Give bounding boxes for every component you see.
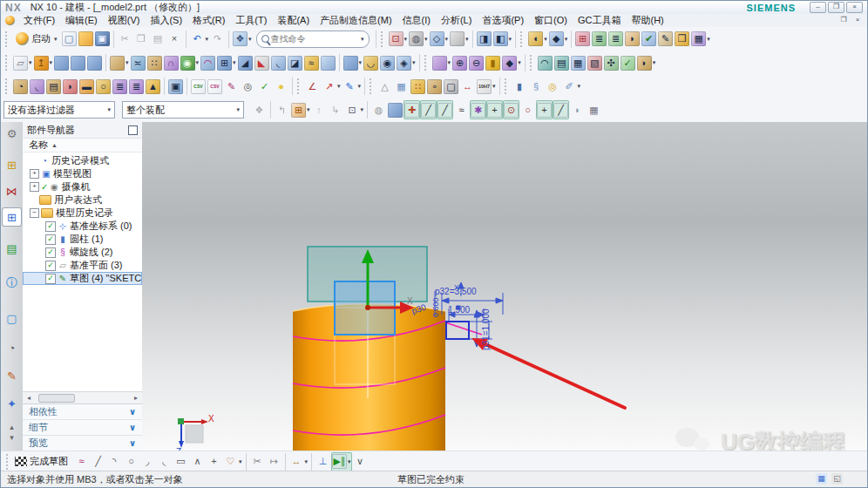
studio-spline[interactable]: ≈ — [73, 452, 90, 471]
xform-surface[interactable]: ▧ — [587, 53, 603, 72]
annotate[interactable]: ✎▾ — [342, 77, 363, 96]
toolbar-grip[interactable] — [530, 55, 535, 71]
point-pattern[interactable]: ∷ — [410, 77, 426, 96]
geometric-constraints[interactable]: ⊥ — [315, 452, 331, 471]
binoculars[interactable]: ◎ — [240, 77, 256, 96]
web-browser[interactable]: ⓘ — [3, 274, 21, 292]
assembly-scope[interactable]: ❖ — [251, 100, 268, 119]
swept-surface[interactable]: ◠ — [537, 53, 553, 72]
spotlight[interactable]: ◖▾ — [527, 30, 548, 49]
snap-point[interactable]: ✚ — [403, 100, 420, 119]
copy[interactable]: ❐ — [133, 30, 150, 49]
expander-icon[interactable]: + — [30, 182, 39, 192]
toolbar-grip[interactable] — [370, 78, 375, 94]
clip-section[interactable]: ◨ — [476, 30, 492, 49]
delete[interactable]: × — [166, 30, 183, 49]
notes-page[interactable]: ▢ — [3, 309, 21, 327]
snap-on-curve[interactable]: ≈ — [453, 100, 470, 119]
feature-checkbox[interactable]: ✓ — [45, 261, 56, 271]
part-navigator[interactable]: ⊞ — [3, 208, 21, 226]
add-to-selection[interactable]: ⊞▾ — [290, 100, 311, 119]
scrollbar-thumb[interactable] — [38, 394, 75, 403]
gc-cylinder[interactable]: ▮ — [512, 77, 528, 96]
toolbar-grip[interactable] — [6, 454, 11, 470]
scroll-down[interactable]: ▾ — [3, 433, 21, 442]
feature-checkbox[interactable]: ✓ — [45, 234, 56, 245]
snap-handles[interactable]: ⊞ — [574, 30, 591, 49]
highlight-soft[interactable]: ◍ — [370, 100, 387, 119]
bead-feature[interactable]: ◗ — [62, 77, 78, 96]
table-tool[interactable]: ▦ — [393, 77, 410, 96]
menu-item-14[interactable]: 帮助(H) — [626, 14, 668, 27]
scroll-right-icon[interactable]: ▸ — [132, 394, 140, 402]
wireframe-view[interactable]: ◈▾ — [396, 53, 417, 72]
gc-ring[interactable]: ◎ — [545, 77, 561, 96]
curve-sketch[interactable]: ✎ — [223, 77, 240, 96]
extrude[interactable]: ↥▾ — [33, 53, 54, 72]
tree-item-2[interactable]: +▣模型视图 — [23, 167, 142, 180]
mesh-surface[interactable]: ▤ — [553, 53, 570, 72]
menu-item-6[interactable]: 工具(T) — [230, 14, 272, 27]
hole[interactable]: ◉▾ — [180, 53, 200, 72]
snap-midpoint[interactable]: ╱ — [437, 100, 453, 119]
menu-item-5[interactable]: 格式(R) — [187, 14, 230, 27]
draft[interactable]: ◣ — [254, 53, 270, 72]
navigator-horizontal-scrollbar[interactable]: ◂ ▸ — [23, 391, 142, 403]
roles-gear[interactable]: ⚙ — [3, 125, 21, 142]
rectangle-lasso[interactable]: ⊡▾ — [344, 100, 365, 119]
tube[interactable]: ◠ — [200, 53, 216, 72]
gc-clean[interactable]: ✐▾ — [561, 77, 582, 96]
snap-endpoint[interactable]: ╱ — [420, 100, 437, 119]
tree-item-7[interactable]: ✓▮圆柱 (1) — [23, 233, 142, 246]
select-previous[interactable]: ↰ — [274, 100, 290, 119]
tree-item-4[interactable]: 用户表达式 — [23, 193, 142, 207]
constraints-display[interactable]: ▶∥▾ — [331, 452, 352, 471]
press-feature[interactable]: ▣ — [167, 77, 184, 96]
menu-item-9[interactable]: 信息(I) — [397, 14, 436, 27]
menu-item-10[interactable]: 分析(L) — [436, 14, 477, 27]
solid-cube-select[interactable] — [387, 100, 403, 119]
cone-tool[interactable]: ◆▾ — [501, 53, 522, 72]
bounded-plane[interactable]: ▦ — [570, 53, 587, 72]
offset-surface[interactable]: ≈ — [303, 53, 320, 72]
select-cursor[interactable]: ↳ — [328, 100, 344, 119]
feature-checkbox[interactable]: ✓ — [45, 221, 56, 232]
sphere-feature[interactable]: ◉ — [379, 53, 396, 72]
tolerance-10H7[interactable]: 10H7▾ — [476, 77, 497, 96]
stack-feature-2[interactable]: ≣ — [128, 77, 145, 96]
arc-tool[interactable]: ◝ — [106, 452, 123, 471]
assoc-copy[interactable]: ▾ — [431, 53, 452, 72]
tree-item-3[interactable]: +✓◉摄像机 — [23, 180, 142, 193]
status-window[interactable]: ◱ — [831, 473, 843, 485]
cut[interactable]: ✂ — [117, 30, 133, 49]
menu-item-11[interactable]: 首选项(P) — [477, 14, 529, 27]
selection-filter-dropdown[interactable]: 没有选择过滤器 ▾ — [3, 101, 115, 119]
quick-extend[interactable]: ↦ — [266, 452, 282, 471]
tree-item-6[interactable]: ✓⊹基准坐标系 (0) — [23, 220, 142, 233]
navigator-column-header[interactable]: 名称 ▲ — [23, 139, 142, 152]
edit-object-display[interactable]: ✎ — [657, 30, 674, 49]
more-feature[interactable]: ▾ — [342, 53, 363, 72]
line-tool[interactable]: ╱ — [90, 452, 106, 471]
selection-scope-dropdown[interactable]: 整个装配 ▾ — [122, 101, 244, 119]
snap-arc-center[interactable]: ⊙ — [503, 100, 519, 119]
monitor-tool[interactable]: ▢ — [443, 77, 459, 96]
command-search-input[interactable] — [269, 33, 360, 44]
graphics-viewport[interactable]: p32=3.5000.600p301.500p31=1.000XXXZ UG数控… — [142, 122, 867, 451]
window-layout[interactable]: ❖▾ — [232, 30, 253, 49]
layer-settings[interactable]: ≣ — [607, 30, 624, 49]
new-file[interactable]: ▢ — [61, 30, 78, 49]
chamfer-tool[interactable]: ◟ — [156, 452, 173, 471]
wave-link[interactable]: ≣ — [591, 30, 607, 49]
menu-item-3[interactable]: 视图(V) — [103, 14, 146, 27]
select-up-one[interactable]: ↑ — [311, 100, 328, 119]
menu-item-8[interactable]: 产品制造信息(M) — [315, 14, 397, 27]
tree-item-1[interactable]: ◔历史记录模式 — [23, 154, 142, 167]
tree-item-5[interactable]: −模型历史记录 — [23, 207, 142, 220]
sketch-more[interactable]: ∨ — [352, 452, 369, 471]
toolbar-grip[interactable] — [5, 78, 10, 94]
close-button[interactable]: × — [846, 2, 863, 13]
save-file[interactable]: ▣ — [94, 30, 111, 49]
unite[interactable]: ▾ — [109, 53, 130, 72]
app-menu-icon[interactable] — [5, 16, 15, 25]
